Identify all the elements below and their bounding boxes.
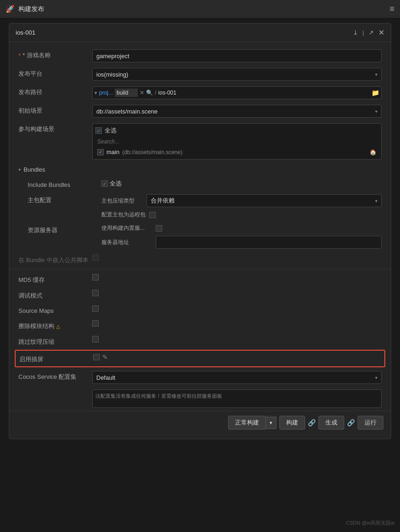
scene-control: db://assets/main.scene ▾ — [92, 105, 382, 118]
generate-link-icon: 🔗 — [347, 419, 355, 426]
generate-button[interactable]: 生成 — [318, 416, 344, 430]
skip-texture-row: 跳过纹理压缩 — [9, 333, 391, 349]
separator: | — [363, 29, 364, 36]
scene-name: main — [106, 149, 119, 155]
builtin-checkbox[interactable] — [156, 225, 162, 232]
chevron-down-icon: ▾ — [375, 72, 377, 77]
scene-search-input[interactable] — [95, 137, 378, 146]
enable-splash-checkbox[interactable] — [93, 354, 100, 360]
select-all-checkbox[interactable] — [95, 127, 102, 134]
md5-checkbox[interactable] — [92, 274, 99, 281]
compress-label: 主包压缩类型 — [101, 197, 143, 205]
expand-arrow-icon: ▾ — [18, 167, 21, 172]
path-label: 发布路径 — [18, 86, 92, 96]
preview-text: 法配置集没有集成任何服务！若需修改可前往部服务面板 — [92, 389, 382, 408]
cocos-service-select[interactable]: Default ▾ — [92, 371, 382, 384]
expand-icon: ▾ — [94, 90, 97, 96]
build-scenes-row: 参与构建场景 全选 main (db://assets/main.scene) — [9, 120, 391, 162]
source-maps-checkbox[interactable] — [92, 305, 99, 312]
path-build-input[interactable] — [115, 89, 138, 97]
select-all-label: 全选 — [105, 126, 117, 135]
bundles-label: Bundles — [24, 166, 45, 173]
build-button[interactable]: 构建 — [279, 416, 305, 430]
watermark: CSDN @w风雨无阻w — [346, 520, 394, 526]
erase-module-checkbox[interactable] — [92, 320, 99, 327]
scene-path: (db://assets/main.scene) — [122, 149, 182, 155]
panel-body: * * 游戏名称 发布平台 ios(missing) ▾ 发布路径 — [9, 42, 391, 439]
embed-script-row: 在 Bundle 中嵌入公共脚本 — [9, 251, 391, 267]
scene-row: 初始场景 db://assets/main.scene ▾ — [9, 102, 391, 120]
main-package-control: 主包压缩类型 合并依赖 ▾ 配置主包为远程包 — [101, 194, 382, 219]
build-link-icon: 🔗 — [308, 419, 316, 426]
debug-checkbox[interactable] — [92, 290, 99, 296]
skip-texture-label: 跳过纹理压缩 — [18, 336, 92, 346]
path-search-icon[interactable]: 🔍 — [146, 90, 153, 96]
build-type-button[interactable]: 正常构建 — [228, 416, 266, 430]
main-package-label: 主包配置 — [28, 194, 101, 204]
path-proj: proj... — [99, 90, 113, 96]
path-end: ios-001 — [158, 90, 176, 96]
panel-actions: ⤓ | ↗ ✕ — [353, 28, 384, 37]
game-name-row: * * 游戏名称 — [9, 47, 391, 65]
debug-label: 调试模式 — [18, 290, 92, 300]
build-panel: ios-001 ⤓ | ↗ ✕ * * 游戏名称 发布平台 — [9, 23, 391, 439]
title-bar: 🚀 构建发布 ≡ — [0, 0, 400, 18]
resource-server-label: 资源服务器 — [28, 224, 101, 234]
close-button[interactable]: ✕ — [378, 28, 384, 37]
include-bundles-checkbox[interactable] — [101, 180, 108, 187]
title-bar-title: 构建发布 — [18, 5, 44, 13]
md5-row: MD5 缓存 — [9, 271, 391, 287]
home-icon: 🏠 — [370, 149, 376, 155]
platform-control: ios(missing) ▾ — [92, 68, 382, 81]
scene-list: 全选 main (db://assets/main.scene) 🏠 — [92, 123, 382, 160]
run-button[interactable]: 运行 — [358, 416, 383, 430]
folder-icon[interactable]: 📁 — [371, 89, 379, 96]
server-address-input[interactable] — [156, 236, 382, 249]
scene-checkbox[interactable] — [97, 149, 104, 155]
compress-row: 主包压缩类型 合并依赖 ▾ — [101, 194, 382, 207]
resource-server-row: 资源服务器 使用构建内置服... 服务器地址 — [9, 221, 391, 251]
export-icon[interactable]: ↗ — [369, 29, 374, 36]
include-bundles-all-label: 全选 — [110, 179, 122, 188]
scene-select[interactable]: db://assets/main.scene ▾ — [92, 105, 382, 118]
platform-label: 发布平台 — [18, 68, 92, 78]
cocos-service-label: Cocos Service 配置集 — [18, 371, 92, 381]
chevron-down-icon: ▾ — [375, 109, 377, 114]
source-maps-control — [92, 305, 382, 312]
embed-script-label: 在 Bundle 中嵌入公共脚本 — [18, 254, 92, 264]
rocket-icon: 🚀 — [6, 5, 15, 13]
enable-splash-label: 启用插屏 — [19, 353, 93, 364]
panel-id: ios-001 — [16, 29, 35, 36]
scene-list-header: 全选 — [95, 126, 378, 135]
path-row: 发布路径 ▾ proj... ✕ 🔍 / ios-001 📁 — [9, 84, 391, 102]
build-type-dropdown[interactable]: ▾ — [266, 417, 276, 429]
menu-icon[interactable]: ≡ — [389, 4, 394, 14]
embed-script-checkbox[interactable] — [92, 254, 99, 261]
platform-row: 发布平台 ios(missing) ▾ — [9, 65, 391, 84]
edit-icon[interactable]: ✎ — [102, 353, 108, 361]
save-icon[interactable]: ⤓ — [353, 29, 358, 36]
title-bar-left: 🚀 构建发布 — [6, 5, 44, 13]
compress-select[interactable]: 合并依赖 ▾ — [147, 194, 382, 207]
skip-texture-checkbox[interactable] — [92, 336, 99, 342]
embed-script-control — [92, 254, 382, 261]
include-bundles-label: Include Bundles — [28, 179, 101, 188]
scene-item: main (db://assets/main.scene) 🏠 — [95, 148, 378, 156]
erase-module-row: 擦除模块结构 △ — [9, 317, 391, 333]
build-scenes-label: 参与构建场景 — [18, 123, 92, 133]
debug-control — [92, 290, 382, 296]
bundles-section-header[interactable]: ▾ Bundles — [9, 162, 391, 177]
platform-select[interactable]: ios(missing) ▾ — [92, 68, 382, 81]
scene-search-row — [95, 137, 378, 146]
skip-texture-control — [92, 336, 382, 342]
preview-control: 法配置集没有集成任何服务！若需修改可前往部服务面板 — [92, 389, 382, 408]
cocos-service-control: Default ▾ — [92, 371, 382, 384]
include-bundles-control: 全选 — [101, 179, 382, 188]
remote-package-checkbox[interactable] — [149, 212, 156, 218]
enable-splash-control: ✎ — [93, 353, 381, 361]
remote-label: 配置主包为远程包 — [101, 211, 146, 219]
path-clear-icon[interactable]: ✕ — [140, 90, 144, 96]
resource-server-control: 使用构建内置服... 服务器地址 — [101, 224, 382, 249]
game-name-input[interactable] — [92, 49, 382, 62]
enable-splash-row: 启用插屏 ✎ — [15, 350, 385, 367]
